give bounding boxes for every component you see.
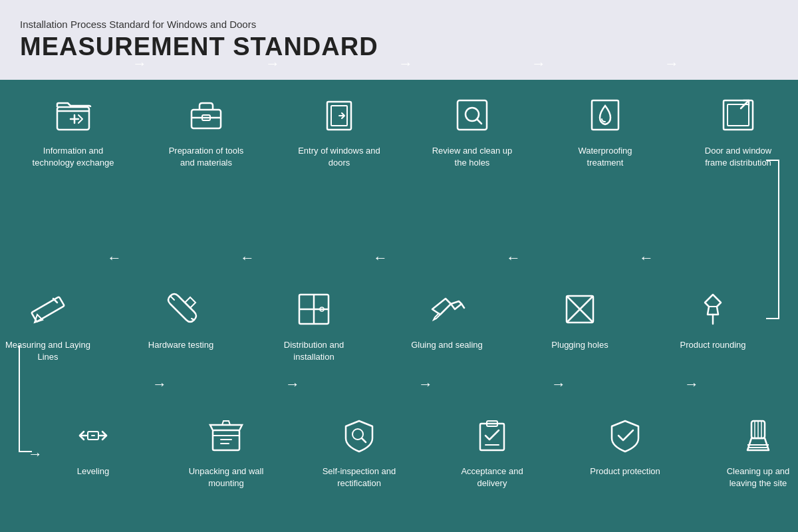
step-gluing-label: Gluing and sealing [411, 339, 483, 351]
review-holes-icon [449, 92, 495, 138]
step-protection-label: Product protection [590, 466, 660, 477]
row1: Information and technology exchange → Pr… [0, 92, 798, 169]
step-cleanup: Cleaning up and leaving the site [705, 412, 798, 489]
step-measuring-label: Measuring and Laying Lines [5, 339, 91, 363]
prep-tools-icon [183, 92, 229, 138]
step-protection: Product protection [572, 412, 678, 477]
entry-windows-icon [316, 92, 362, 138]
step-waterproofing-label: Waterproofing treatment [562, 145, 648, 169]
gluing-icon [424, 286, 470, 332]
step-hardware: Hardware testing [128, 286, 234, 351]
step-plugging: Plugging holes [527, 286, 633, 351]
hardware-icon [158, 286, 204, 332]
step-plugging-label: Plugging holes [551, 339, 608, 351]
step-entry-windows-label: Entry of windows and doors [296, 145, 382, 169]
protection-icon [602, 412, 648, 459]
step-info-tech: Information and technology exchange [20, 92, 126, 169]
step-distribution: Distribution and installation [261, 286, 367, 363]
step-hardware-label: Hardware testing [148, 339, 213, 351]
row3: Leveling → Unpacking and wall mounting [0, 412, 798, 489]
step-leveling-label: Leveling [77, 466, 109, 477]
frame-dist-icon [715, 92, 761, 138]
step-prep-tools: Preparation of tools and materials [153, 92, 259, 169]
step-entry-windows: Entry of windows and doors [286, 92, 392, 169]
step-product-round-label: Product rounding [680, 339, 745, 351]
step-measuring: Measuring and Laying Lines [0, 286, 101, 363]
plugging-icon [557, 286, 603, 332]
step-self-inspect-label: Self-inspection and rectification [316, 466, 402, 489]
self-inspect-icon [336, 412, 382, 459]
measuring-icon [25, 286, 71, 332]
step-review-holes: Review and clean up the holes [419, 92, 525, 169]
step-cleanup-label: Cleaning up and leaving the site [715, 466, 798, 489]
product-round-icon [690, 286, 736, 332]
step-distribution-label: Distribution and installation [271, 339, 357, 363]
step-frame-dist: Door and window frame distribution [685, 92, 791, 169]
main-diagram: Information and technology exchange → Pr… [0, 80, 798, 532]
cleanup-icon [735, 412, 781, 459]
step-acceptance-label: Acceptance and delivery [449, 466, 535, 489]
step-product-round: Product rounding [660, 286, 766, 351]
step-unpacking-label: Unpacking and wall mounting [183, 466, 269, 489]
distribution-icon [291, 286, 337, 332]
step-review-holes-label: Review and clean up the holes [429, 145, 515, 169]
step-prep-tools-label: Preparation of tools and materials [163, 145, 249, 169]
row2: Product rounding ← Plugging holes ← [0, 286, 798, 363]
svg-rect-9 [728, 104, 749, 126]
step-leveling: Leveling [40, 412, 146, 477]
acceptance-icon [469, 412, 515, 459]
step-unpacking: Unpacking and wall mounting [173, 412, 279, 489]
leveling-icon [70, 412, 116, 459]
svg-rect-1 [192, 110, 221, 128]
step-acceptance: Acceptance and delivery [439, 412, 545, 489]
step-waterproofing: Waterproofing treatment [552, 92, 658, 169]
step-self-inspect: Self-inspection and rectification [306, 412, 412, 489]
step-gluing: Gluing and sealing [394, 286, 500, 351]
waterproofing-icon [582, 92, 628, 138]
info-tech-icon [50, 92, 96, 138]
unpacking-icon [203, 412, 249, 459]
header-subtitle: Installation Process Standard for Window… [20, 19, 778, 30]
step-info-tech-label: Information and technology exchange [30, 145, 116, 169]
svg-rect-5 [458, 100, 487, 130]
